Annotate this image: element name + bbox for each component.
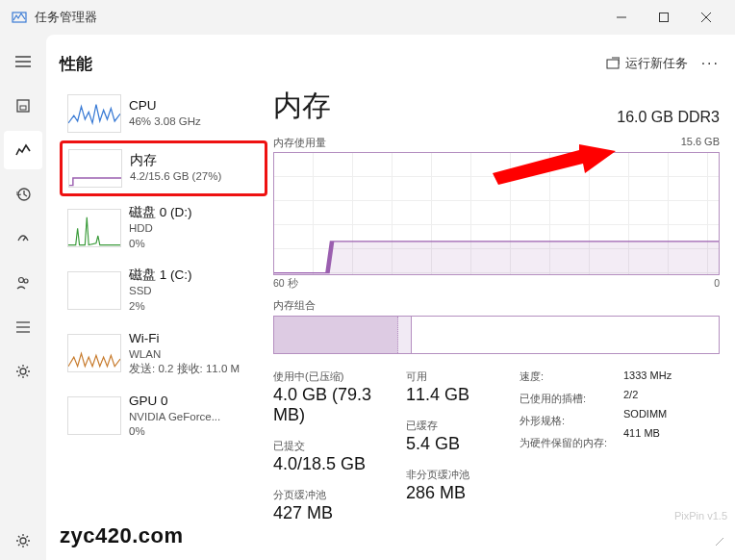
sidebar-item-gpu[interactable]: GPU 0NVIDIA GeForce...0% (60, 385, 267, 447)
maximize-button[interactable] (643, 0, 685, 35)
detail-pane: 内存 16.0 GB DDR3 内存使用量 15.6 GB 60 秒 0 (273, 87, 720, 552)
memory-capacity: 16.0 GB DDR3 (617, 109, 720, 126)
minimize-button[interactable] (600, 0, 643, 35)
resize-grip-icon[interactable] (714, 536, 725, 550)
chart-label: 内存使用量 (273, 136, 326, 150)
sidebar-item-memory[interactable]: 内存4.2/15.6 GB (27%) (60, 140, 267, 196)
nav-menu-button[interactable] (4, 42, 42, 81)
nav-settings-icon[interactable] (4, 522, 42, 560)
app-icon (12, 10, 27, 25)
svg-rect-9 (20, 106, 26, 110)
nav-performance-icon[interactable] (4, 131, 42, 169)
axis-left: 60 秒 (273, 277, 298, 291)
svg-point-13 (24, 279, 28, 283)
close-button[interactable] (685, 0, 727, 35)
memory-composition-bar (273, 316, 720, 354)
chart-max: 15.6 GB (681, 136, 720, 150)
stat-speed: 1333 MHz (623, 369, 710, 381)
svg-rect-2 (660, 13, 669, 22)
composition-label: 内存组合 (273, 298, 720, 313)
more-button[interactable]: ··· (701, 55, 720, 72)
pixpin-watermark: PixPin v1.5 (674, 510, 727, 522)
svg-point-18 (20, 538, 26, 544)
sidebar-item-wifi[interactable]: Wi-FiWLAN发送: 0.2 接收: 11.0 M (60, 322, 267, 385)
content-panel: 性能 运行新任务 ··· CPU46% 3.08 GHz 内存4.2/15.6 … (46, 35, 735, 560)
nav-rail (0, 35, 46, 560)
sidebar-item-cpu[interactable]: CPU46% 3.08 GHz (60, 87, 267, 140)
memory-stats: 使用中(已压缩)4.0 GB (79.3 MB) 已提交4.0/18.5 GB … (273, 369, 720, 523)
svg-marker-20 (274, 242, 719, 274)
nav-details-icon[interactable] (4, 308, 42, 346)
run-task-icon (606, 57, 620, 70)
detail-title: 内存 (273, 87, 331, 126)
run-task-button[interactable]: 运行新任务 (606, 55, 688, 72)
svg-rect-19 (607, 60, 619, 68)
title-bar: 任务管理器 (0, 0, 735, 35)
window-title: 任务管理器 (35, 10, 97, 26)
svg-line-11 (23, 237, 26, 241)
nav-services-icon[interactable] (4, 352, 42, 391)
svg-point-17 (20, 369, 26, 374)
sidebar-item-disk-0[interactable]: 磁盘 0 (D:)HDD0% (60, 196, 267, 259)
stat-used: 4.0 GB (79.3 MB) (273, 385, 398, 425)
stat-formfactor: SODIMM (623, 408, 710, 420)
resource-list: CPU46% 3.08 GHz 内存4.2/15.6 GB (27%) 磁盘 0… (60, 87, 267, 552)
stat-paged: 427 MB (273, 503, 398, 523)
stat-committed: 4.0/18.5 GB (273, 454, 398, 474)
stat-available: 11.4 GB (406, 385, 512, 405)
stat-nonpaged: 286 MB (406, 483, 512, 503)
nav-startup-icon[interactable] (4, 219, 42, 258)
stat-slots: 2/2 (623, 389, 710, 400)
svg-point-12 (19, 278, 24, 283)
stat-hw-reserved: 411 MB (623, 427, 710, 439)
stat-cached: 5.4 GB (406, 434, 512, 454)
sidebar-item-disk-1[interactable]: 磁盘 1 (C:)SSD2% (60, 259, 267, 321)
watermark-text: zyc420.com (60, 523, 184, 548)
memory-usage-chart (273, 152, 720, 275)
page-title: 性能 (60, 53, 92, 75)
nav-users-icon[interactable] (4, 264, 42, 302)
axis-right: 0 (714, 277, 720, 291)
nav-processes-icon[interactable] (4, 87, 42, 125)
nav-history-icon[interactable] (4, 175, 42, 214)
